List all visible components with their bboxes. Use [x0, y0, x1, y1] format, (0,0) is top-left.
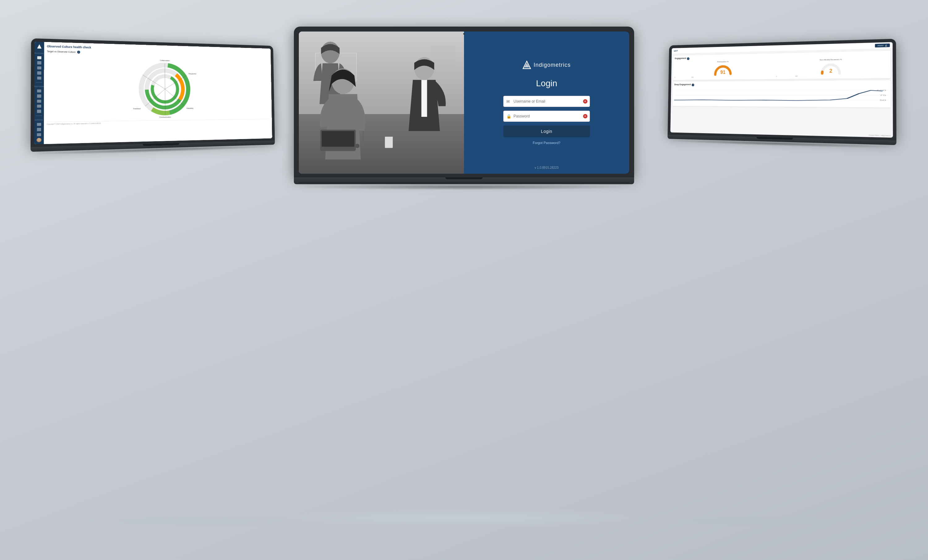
deep-engagement-help-icon[interactable]: ? [692, 84, 694, 87]
svg-line-22 [675, 90, 889, 91]
flowers [357, 131, 370, 148]
sidebar-icon-2[interactable] [37, 61, 41, 64]
login-button[interactable]: Login [503, 125, 590, 137]
chart-help-icon[interactable]: ? [77, 51, 81, 54]
laptop-left: PERSONAL MONITORING [31, 38, 275, 156]
sidebar-icon-11[interactable] [37, 123, 41, 126]
svg-line-23 [675, 95, 889, 96]
password-input[interactable] [503, 111, 590, 122]
login-side: Indigometrics Login ✉ ✕ 🔒 [464, 32, 629, 174]
person-main [393, 53, 456, 152]
hinge-line [299, 183, 629, 183]
sidebar-section-general: GENERAL [35, 119, 43, 121]
svg-text:Communication: Communication [159, 116, 171, 118]
sidebar-divider-2 [36, 116, 42, 116]
logo-icon [522, 61, 531, 69]
left-main-content: Observed Culture health check Target vs … [44, 42, 272, 144]
username-input[interactable] [503, 96, 590, 107]
sidebar-icon-10[interactable] [37, 110, 41, 113]
photo-side [299, 32, 464, 174]
sidebar-section-monitoring: MONITORING [34, 86, 45, 88]
user-avatar[interactable] [37, 138, 41, 143]
non-mindful-gauge: Non-Mindful Reviewers % 2 0100 [776, 58, 888, 77]
password-clear-button[interactable]: ✕ [583, 114, 588, 119]
sidebar-icon-8[interactable] [37, 99, 41, 103]
laptop-right: on? PRINT 🖨 [667, 39, 896, 149]
engagement-card-title: Engagement [675, 57, 686, 59]
sidebar-icon-6[interactable] [37, 89, 41, 93]
login-title: Login [536, 79, 557, 88]
sidebar-logo-left [37, 44, 42, 49]
camera-dot [463, 33, 465, 35]
sidebar-icon-5[interactable] [37, 76, 41, 79]
participation-gauge: Participation % 91 [675, 59, 774, 78]
version-text: v 1.0.8915.28223 [534, 166, 559, 169]
email-icon: ✉ [507, 99, 510, 104]
right-header-title: on? [674, 49, 678, 52]
svg-text:Feedback: Feedback [133, 108, 141, 110]
username-clear-button[interactable]: ✕ [583, 99, 588, 103]
svg-text:Reliability: Reliability [186, 107, 193, 109]
svg-rect-32 [322, 131, 354, 147]
svg-text:91: 91 [720, 70, 725, 75]
svg-text:Collaboration: Collaboration [160, 59, 169, 61]
sidebar-section-personal: PERSONAL [34, 53, 44, 55]
sidebar-icon-1[interactable] [37, 56, 41, 59]
reflection-center [278, 509, 650, 527]
forgot-password-link[interactable]: Forgot Password? [533, 141, 560, 145]
password-field-wrap: 🔒 ✕ [503, 111, 590, 122]
sidebar-icon-4[interactable] [37, 72, 41, 75]
svg-text:50: 50 [879, 99, 886, 101]
username-field-wrap: ✉ ✕ [503, 96, 590, 107]
svg-text:Respectful: Respectful [189, 73, 196, 75]
deep-engagement-card: Deep Engagement ? 100 [673, 80, 891, 107]
right-footer: Privacy Policy | indigometrics [869, 134, 891, 137]
sidebar-divider-1 [36, 82, 43, 82]
svg-marker-0 [37, 44, 41, 49]
left-footer: Copyright © 2024 indigometrics.co. All r… [47, 119, 270, 125]
sidebar-icon-7[interactable] [37, 94, 41, 97]
login-logo-area: Indigometrics [522, 61, 571, 69]
svg-text:2: 2 [829, 68, 832, 73]
sidebar-icon-13[interactable] [37, 133, 41, 136]
brand-name: Indigometrics [534, 62, 571, 68]
engagement-help-icon[interactable]: ? [687, 58, 690, 60]
center-laptop-base [294, 177, 634, 184]
person-front [299, 60, 382, 174]
mug [385, 137, 393, 148]
laptop-center: Indigometrics Login ✉ ✕ 🔒 [294, 27, 634, 190]
culture-chart: Collaboration Respectful Reliability Com… [47, 54, 270, 120]
scene: PERSONAL MONITORING [31, 17, 897, 543]
sidebar-icon-12[interactable] [37, 128, 41, 131]
sidebar-icon-9[interactable] [37, 105, 41, 108]
deep-engagement-title: Deep Engagement [675, 84, 691, 85]
print-button[interactable]: PRINT 🖨 [875, 44, 890, 47]
left-sidebar: PERSONAL MONITORING [34, 42, 44, 144]
reflection-right [625, 515, 872, 527]
deep-engagement-chart: 100 75 50 [674, 87, 889, 105]
engagement-card: Engagement ? Participation % [673, 51, 891, 80]
reflection-left [56, 515, 319, 527]
lock-icon: 🔒 [507, 114, 511, 119]
sidebar-icon-3[interactable] [37, 67, 41, 70]
center-laptop-shadow [306, 184, 622, 190]
svg-text:75: 75 [879, 94, 886, 96]
